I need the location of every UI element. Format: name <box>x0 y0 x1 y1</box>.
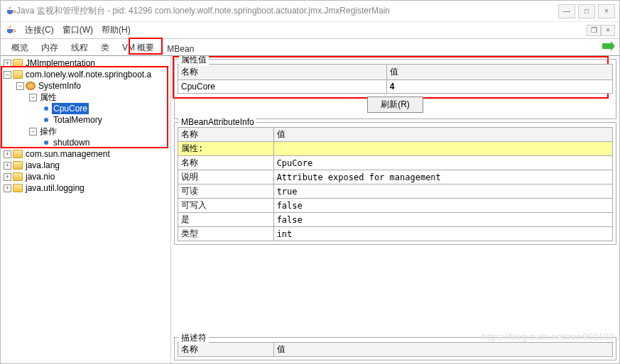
menubar: 连接(C) 窗口(W) 帮助(H) ❐ × <box>1 22 619 39</box>
col-value: 值 <box>273 343 612 357</box>
collapse-icon[interactable]: − <box>16 82 24 90</box>
window-title: Java 监视和管理控制台 - pid: 41296 com.lonely.wo… <box>16 5 558 17</box>
info-row-key: 可读 <box>178 184 274 199</box>
tree-item[interactable]: java.util.logging <box>24 182 86 194</box>
menu-connect[interactable]: 连接(C) <box>21 23 58 38</box>
col-name: 名称 <box>178 65 387 80</box>
info-row-key: 类型 <box>178 227 274 241</box>
col-name: 名称 <box>178 128 274 142</box>
folder-icon <box>13 172 23 181</box>
folder-icon <box>13 59 23 67</box>
titlebar: Java 监视和管理控制台 - pid: 41296 com.lonely.wo… <box>1 1 619 22</box>
expand-icon[interactable]: + <box>4 184 11 192</box>
collapse-icon[interactable]: − <box>4 71 11 79</box>
tab-vm[interactable]: VM 概要 <box>116 39 161 55</box>
collapse-icon[interactable]: − <box>29 94 37 101</box>
info-row-key: 说明 <box>178 170 274 184</box>
info-row-val: false <box>273 199 612 213</box>
folder-icon <box>13 184 23 192</box>
expand-icon[interactable]: + <box>4 150 11 158</box>
menu-help[interactable]: 帮助(H) <box>97 23 135 38</box>
attribute-value-group: 属性值 名称值 CpuCore4 刷新(R) <box>174 59 616 119</box>
collapse-icon[interactable]: − <box>29 128 37 136</box>
tree-item[interactable]: TotalMemory <box>52 114 104 126</box>
expand-icon[interactable]: + <box>4 173 11 181</box>
tree-item-selected[interactable]: CpuCore <box>52 103 89 114</box>
tab-overview[interactable]: 概览 <box>5 39 35 55</box>
java-icon <box>5 6 16 17</box>
attribute-icon <box>44 118 48 122</box>
col-name: 名称 <box>178 343 274 357</box>
tab-mbean[interactable]: MBean <box>161 41 200 55</box>
group-title: 描述符 <box>179 332 209 344</box>
tree-item[interactable]: JMImplementation <box>24 57 97 69</box>
minimize-button[interactable]: — <box>558 4 575 18</box>
mbean-attr-info-group: MBeanAttributeInfo 名称值 属性: 名称CpuCore 说明A… <box>174 122 616 245</box>
child-maximize-button[interactable]: ❐ <box>587 25 601 36</box>
col-value: 值 <box>386 65 612 80</box>
close-button[interactable]: × <box>598 4 615 18</box>
bean-icon <box>26 82 36 90</box>
tree-item[interactable]: com.lonely.wolf.note.springboot.a <box>24 69 153 80</box>
tree-item[interactable]: shutdown <box>52 137 91 148</box>
attribute-icon <box>44 106 48 111</box>
folder-icon <box>13 70 23 79</box>
tree-item[interactable]: java.lang <box>24 160 61 171</box>
tab-threads[interactable]: 线程 <box>65 39 94 55</box>
tree-item[interactable]: com.sun.management <box>24 148 112 160</box>
folder-icon <box>13 161 23 170</box>
tree-item[interactable]: java.nio <box>24 171 56 182</box>
mbean-info-table: 名称值 属性: 名称CpuCore 说明Attribute exposed fo… <box>178 127 613 241</box>
operation-icon <box>44 140 48 145</box>
info-row-key: 可写入 <box>178 199 274 213</box>
col-value: 值 <box>273 128 612 142</box>
content: +JMImplementation −com.lonely.wolf.note.… <box>1 56 619 363</box>
info-row-val: true <box>273 184 612 199</box>
info-row-val <box>273 142 612 156</box>
status-icon <box>602 41 615 53</box>
info-row-val: Attribute exposed for management <box>273 170 612 184</box>
expand-icon[interactable]: + <box>4 162 11 170</box>
window-controls: — □ × <box>558 4 615 18</box>
group-title: 属性值 <box>179 56 209 66</box>
info-row-val: int <box>273 227 612 241</box>
maximize-button[interactable]: □ <box>578 4 595 18</box>
folder-icon <box>13 150 23 158</box>
tree-panel: +JMImplementation −com.lonely.wolf.note.… <box>1 56 171 363</box>
attribute-value-table: 名称值 CpuCore4 <box>178 64 613 94</box>
info-row-val: false <box>273 213 612 227</box>
tree-item[interactable]: 属性 <box>38 92 58 103</box>
attr-value[interactable]: 4 <box>386 80 612 94</box>
java-icon <box>5 25 16 36</box>
info-row-key: 是 <box>178 213 274 227</box>
tab-memory[interactable]: 内存 <box>35 39 65 55</box>
refresh-button[interactable]: 刷新(R) <box>367 96 423 113</box>
descriptor-group: 描述符 名称值 <box>174 337 616 360</box>
descriptor-table: 名称值 <box>178 342 613 357</box>
expand-icon[interactable]: + <box>4 60 11 67</box>
info-row-key: 名称 <box>178 156 274 170</box>
mbean-tree[interactable]: +JMImplementation −com.lonely.wolf.note.… <box>2 57 169 194</box>
tree-item[interactable]: 操作 <box>38 126 58 137</box>
tabbar: 概览 内存 线程 类 VM 概要 MBean <box>1 39 619 56</box>
tab-classes[interactable]: 类 <box>94 39 116 55</box>
menu-window[interactable]: 窗口(W) <box>58 23 97 38</box>
info-row-key: 属性: <box>178 142 274 156</box>
detail-panel: 属性值 名称值 CpuCore4 刷新(R) MBeanAttributeInf… <box>171 56 619 363</box>
group-title: MBeanAttributeInfo <box>179 117 256 127</box>
tree-item[interactable]: SystemInfo <box>37 80 82 92</box>
info-row-val: CpuCore <box>273 156 612 170</box>
attr-name: CpuCore <box>178 80 387 94</box>
child-close-button[interactable]: × <box>601 25 615 36</box>
